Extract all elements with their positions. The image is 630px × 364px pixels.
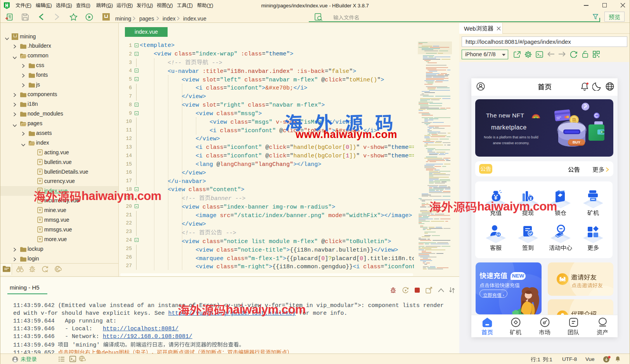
svg-text:BUY: BUY [573, 140, 581, 144]
